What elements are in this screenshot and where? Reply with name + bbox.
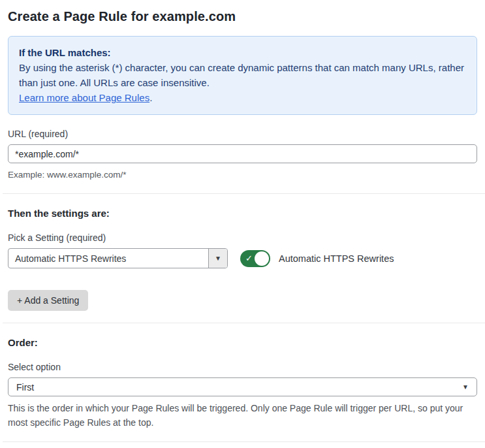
divider bbox=[3, 193, 485, 194]
order-select-value: First bbox=[16, 382, 34, 392]
add-setting-button[interactable]: + Add a Setting bbox=[8, 290, 88, 311]
order-select[interactable]: First ▼ bbox=[8, 377, 477, 396]
settings-section-heading: Then the settings are: bbox=[8, 208, 477, 219]
create-page-rule-panel: Create a Page Rule for example.com If th… bbox=[0, 0, 485, 448]
order-select-label: Select option bbox=[8, 362, 477, 372]
order-select-wrap: First ▼ bbox=[8, 377, 477, 396]
chevron-down-icon: ▼ bbox=[215, 255, 221, 262]
url-field-label: URL (required) bbox=[8, 129, 477, 139]
info-box-body: By using the asterisk (*) character, you… bbox=[19, 60, 466, 90]
setting-row: Automatic HTTPS Rewrites ▼ ✓ Automatic H… bbox=[8, 248, 477, 268]
url-match-info-box: If the URL matches: By using the asteris… bbox=[8, 36, 477, 115]
chevron-down-icon: ▼ bbox=[462, 383, 469, 391]
info-box-link-line: Learn more about Page Rules. bbox=[19, 90, 466, 105]
check-icon: ✓ bbox=[245, 253, 253, 264]
link-suffix: . bbox=[149, 92, 152, 103]
setting-select[interactable]: Automatic HTTPS Rewrites ▼ bbox=[8, 248, 228, 268]
order-section-heading: Order: bbox=[8, 337, 477, 348]
divider bbox=[3, 441, 485, 442]
url-input[interactable] bbox=[8, 144, 477, 163]
divider bbox=[3, 323, 485, 323]
page-title: Create a Page Rule for example.com bbox=[8, 9, 477, 24]
url-field-helper: Example: www.example.com/* bbox=[8, 168, 477, 182]
toggle-label: Automatic HTTPS Rewrites bbox=[279, 253, 394, 264]
info-box-body-text: By using the asterisk (*) character, you… bbox=[19, 62, 464, 88]
https-rewrites-toggle[interactable]: ✓ bbox=[240, 250, 270, 267]
setting-select-arrow-button[interactable]: ▼ bbox=[208, 249, 227, 268]
pick-setting-label: Pick a Setting (required) bbox=[8, 232, 477, 243]
setting-select-value: Automatic HTTPS Rewrites bbox=[8, 249, 208, 268]
toggle-knob bbox=[255, 251, 269, 266]
order-helper-text: This is the order in which your Page Rul… bbox=[8, 401, 477, 430]
info-box-heading: If the URL matches: bbox=[19, 45, 466, 60]
learn-more-link[interactable]: Learn more about Page Rules bbox=[19, 92, 149, 103]
